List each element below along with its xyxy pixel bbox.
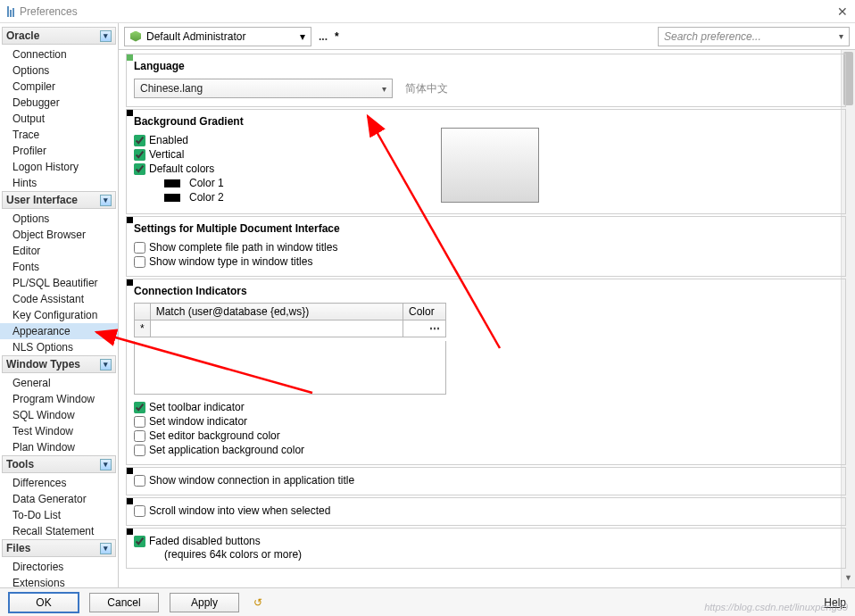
admin-selector[interactable]: Default Administrator ▾ [124, 27, 311, 46]
vertical-checkbox[interactable] [134, 149, 145, 161]
close-icon[interactable]: ✕ [837, 4, 848, 19]
sidebar-item-options[interactable]: Options [0, 211, 118, 227]
windowtype-label: Show window type in window titles [149, 255, 312, 268]
section-gradient: Background Gradient Enabled Vertical Def… [126, 109, 846, 214]
sidebar-item-hints[interactable]: Hints [0, 175, 118, 191]
section-title: Language [134, 60, 838, 72]
preferences-icon [7, 6, 14, 17]
section-language: Language Chinese.lang ▾ 简体中文 [126, 54, 846, 107]
search-placeholder: Search preference... [664, 30, 761, 43]
sidebar-item-logon-history[interactable]: Logon History [0, 159, 118, 175]
collapse-icon[interactable]: ▾ [100, 459, 112, 470]
scroll-down-icon[interactable]: ▼ [842, 573, 855, 587]
enabled-label: Enabled [149, 134, 188, 146]
section-title: Background Gradient [134, 115, 838, 128]
section-scroll-view: Scroll window into view when selected [126, 497, 846, 526]
sidebar-item-compiler[interactable]: Compiler [0, 79, 118, 95]
language-description: 简体中文 [405, 81, 448, 96]
sidebar-item-recall-statement[interactable]: Recall Statement [0, 523, 118, 539]
modified-indicator: * [335, 30, 339, 43]
filepath-checkbox[interactable] [134, 242, 145, 254]
sidebar-item-fonts[interactable]: Fonts [0, 259, 118, 275]
category-header-user-interface[interactable]: User Interface▾ [2, 191, 116, 209]
conn-title-checkbox[interactable] [134, 475, 145, 487]
category-header-window-types[interactable]: Window Types▾ [2, 355, 116, 373]
section-faded: Faded disabled buttons (requires 64k col… [126, 528, 846, 569]
category-header-files[interactable]: Files▾ [2, 539, 116, 557]
cancel-button[interactable]: Cancel [89, 593, 159, 612]
reset-icon[interactable]: ↺ [250, 595, 266, 611]
ok-button[interactable]: OK [9, 593, 79, 612]
collapse-icon[interactable]: ▾ [100, 195, 112, 206]
sidebar-item-directories[interactable]: Directories [0, 559, 118, 575]
ellipsis-button[interactable]: ... [319, 30, 328, 43]
sidebar-item-to-do-list[interactable]: To-Do List [0, 507, 118, 523]
cube-icon [130, 31, 141, 42]
section-conn-title: Show window connection in application ti… [126, 467, 846, 495]
scroll-view-checkbox[interactable] [134, 505, 145, 517]
faded-checkbox[interactable] [134, 536, 145, 547]
editor-bg-checkbox[interactable] [134, 430, 145, 442]
sidebar-item-nls-options[interactable]: NLS Options [0, 339, 118, 355]
preferences-content: ▲ ▼ Language Chinese.lang ▾ 简体中文 [119, 50, 855, 587]
apply-button[interactable]: Apply [170, 593, 239, 612]
button-bar: OK Cancel Apply ↺ Help [0, 587, 855, 616]
sidebar-item-output[interactable]: Output [0, 111, 118, 127]
category-sidebar: Oracle▾ConnectionOptionsCompilerDebugger… [0, 23, 119, 587]
titlebar: Preferences ✕ [0, 0, 855, 23]
sidebar-item-key-configuration[interactable]: Key Configuration [0, 307, 118, 323]
collapse-icon[interactable]: ▾ [100, 543, 112, 554]
section-title: Settings for Multiple Document Interface [134, 222, 838, 235]
section-title: Connection Indicators [134, 285, 838, 297]
sidebar-item-profiler[interactable]: Profiler [0, 143, 118, 159]
sidebar-item-connection[interactable]: Connection [0, 46, 118, 62]
default-colors-label: Default colors [149, 162, 214, 175]
sidebar-item-object-browser[interactable]: Object Browser [0, 227, 118, 243]
faded-note: (requires 64k colors or more) [134, 548, 838, 561]
connection-match-table[interactable]: Match (user@database {ed,ws})Color *⋯ [134, 303, 446, 337]
chevron-down-icon[interactable]: ▾ [839, 31, 843, 41]
sidebar-item-differences[interactable]: Differences [0, 475, 118, 491]
category-header-oracle[interactable]: Oracle▾ [2, 27, 116, 45]
collapse-icon[interactable]: ▾ [100, 359, 112, 370]
help-link[interactable]: Help [824, 596, 846, 609]
sidebar-item-sql-window[interactable]: SQL Window [0, 407, 118, 423]
language-combo[interactable]: Chinese.lang ▾ [134, 79, 393, 98]
sidebar-item-program-window[interactable]: Program Window [0, 391, 118, 407]
sidebar-item-data-generator[interactable]: Data Generator [0, 491, 118, 507]
default-colors-checkbox[interactable] [134, 163, 145, 175]
sidebar-item-trace[interactable]: Trace [0, 127, 118, 143]
enabled-checkbox[interactable] [134, 135, 145, 146]
sidebar-item-editor[interactable]: Editor [0, 243, 118, 259]
sidebar-item-appearance[interactable]: Appearance [0, 323, 118, 339]
language-value: Chinese.lang [140, 82, 203, 95]
sidebar-item-pl-sql-beautifier[interactable]: PL/SQL Beautifier [0, 275, 118, 291]
admin-label: Default Administrator [146, 30, 245, 43]
sidebar-item-test-window[interactable]: Test Window [0, 423, 118, 439]
window-title: Preferences [20, 5, 78, 18]
sidebar-item-options[interactable]: Options [0, 62, 118, 79]
section-mdi: Settings for Multiple Document Interface… [126, 216, 846, 277]
chevron-down-icon: ▾ [382, 84, 386, 94]
filepath-label: Show complete file path in window titles [149, 241, 337, 254]
sidebar-item-general[interactable]: General [0, 375, 118, 391]
sidebar-item-debugger[interactable]: Debugger [0, 95, 118, 111]
category-header-tools[interactable]: Tools▾ [2, 455, 116, 473]
app-bg-checkbox[interactable] [134, 445, 145, 456]
gradient-preview [441, 128, 539, 203]
sidebar-item-plan-window[interactable]: Plan Window [0, 439, 118, 455]
windowtype-checkbox[interactable] [134, 256, 145, 268]
vertical-label: Vertical [149, 148, 184, 161]
section-connection-indicators: Connection Indicators Match (user@databa… [126, 279, 846, 465]
chevron-down-icon: ▾ [300, 30, 305, 43]
pref-toolbar: Default Administrator ▾ ... * Search pre… [119, 23, 855, 50]
window-indicator-checkbox[interactable] [134, 416, 145, 428]
sidebar-item-extensions[interactable]: Extensions [0, 575, 118, 587]
collapse-icon[interactable]: ▾ [100, 30, 112, 42]
toolbar-indicator-checkbox[interactable] [134, 402, 145, 413]
sidebar-item-code-assistant[interactable]: Code Assistant [0, 291, 118, 307]
search-input[interactable]: Search preference... ▾ [658, 27, 850, 46]
